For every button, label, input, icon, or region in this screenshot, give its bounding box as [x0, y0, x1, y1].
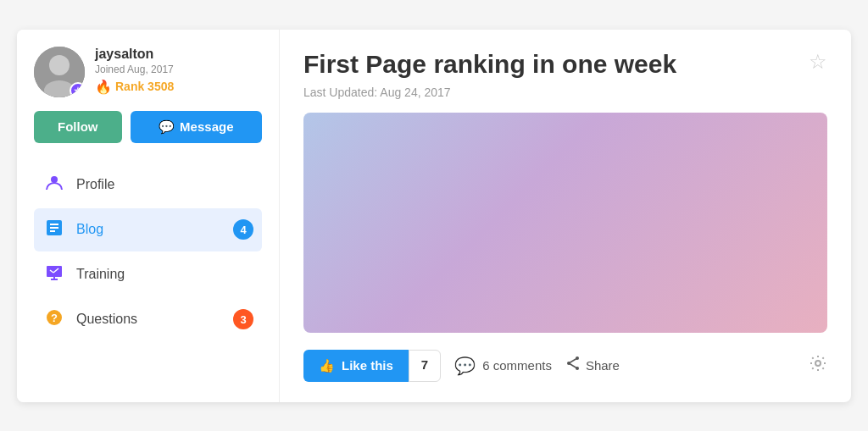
thumbs-up-icon: 👍 [319, 358, 335, 373]
sidebar-item-blog-label: Blog [76, 222, 103, 237]
like-count: 7 [409, 350, 441, 382]
share-icon [565, 356, 581, 375]
svg-point-3 [51, 176, 58, 183]
sidebar-item-training-label: Training [76, 267, 125, 282]
sidebar-item-questions[interactable]: ? Questions 3 [34, 298, 262, 341]
avatar [34, 47, 85, 97]
sidebar-item-blog[interactable]: Blog 4 [34, 208, 262, 251]
star-icon[interactable]: ☆ [809, 50, 827, 74]
rank-icon: 🔥 [95, 79, 112, 95]
user-info: jaysalton Joined Aug, 2017 🔥 Rank 3508 [34, 47, 262, 97]
sidebar-item-profile[interactable]: Profile [34, 163, 262, 207]
like-button[interactable]: 👍 Like this [303, 350, 409, 382]
training-icon [42, 263, 66, 286]
sidebar-item-profile-label: Profile [76, 177, 114, 192]
article-date: Last Updated: Aug 24, 2017 [303, 86, 827, 99]
joined-date: Joined Aug, 2017 [95, 64, 174, 75]
like-label: Like this [342, 358, 393, 373]
settings-button[interactable] [809, 354, 827, 377]
comment-icon: 💬 [454, 356, 476, 376]
blog-icon [42, 218, 66, 241]
article-image [303, 113, 827, 333]
question-icon: ? [42, 308, 66, 331]
svg-point-20 [815, 361, 821, 366]
action-buttons: Follow 💬 Message [34, 111, 262, 143]
comments-button[interactable]: 💬 6 comments [454, 356, 552, 376]
svg-point-1 [49, 55, 70, 75]
sidebar-item-questions-label: Questions [76, 312, 137, 327]
avatar-badge [70, 82, 85, 97]
share-button[interactable]: Share [565, 356, 620, 375]
username: jaysalton [95, 47, 174, 62]
user-details: jaysalton Joined Aug, 2017 🔥 Rank 3508 [95, 47, 174, 95]
like-group: 👍 Like this 7 [303, 350, 441, 382]
questions-badge: 3 [233, 309, 253, 329]
svg-text:?: ? [51, 312, 58, 324]
svg-line-19 [569, 363, 577, 368]
sidebar-nav: Profile Blog 4 [34, 163, 262, 341]
sidebar: jaysalton Joined Aug, 2017 🔥 Rank 3508 F… [17, 30, 280, 402]
share-label: Share [586, 358, 620, 373]
article-header: First Page ranking in one week ☆ [303, 50, 827, 79]
person-icon [42, 174, 66, 196]
article-title: First Page ranking in one week [303, 50, 795, 79]
comments-label: 6 comments [482, 358, 552, 373]
svg-line-18 [569, 358, 577, 363]
follow-button[interactable]: Follow [34, 111, 122, 143]
main-content: First Page ranking in one week ☆ Last Up… [280, 30, 851, 402]
blog-badge: 4 [233, 219, 253, 240]
message-label: Message [180, 119, 233, 134]
sidebar-item-training[interactable]: Training [34, 253, 262, 296]
message-button[interactable]: 💬 Message [131, 111, 262, 143]
rank-label: Rank 3508 [115, 80, 174, 93]
article-actions: 👍 Like this 7 💬 6 comments [303, 350, 827, 382]
message-icon: 💬 [159, 119, 175, 135]
rank: 🔥 Rank 3508 [95, 79, 174, 95]
